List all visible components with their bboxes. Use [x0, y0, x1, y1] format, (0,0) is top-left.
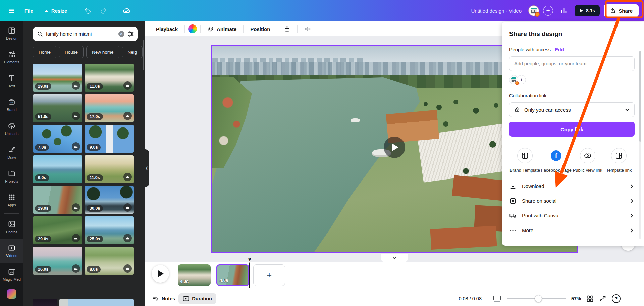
hamburger-menu-button[interactable] — [5, 4, 18, 17]
left-sidebar: Design Elements Text co Brand Uploads Dr… — [0, 21, 23, 306]
video-result[interactable]: 29.0s — [33, 216, 82, 244]
chip-new-home[interactable]: New home — [86, 46, 119, 58]
video-result[interactable]: 8.0s — [85, 247, 134, 275]
sidebar-item-elements[interactable]: Elements — [0, 45, 23, 69]
animate-button[interactable]: Animate — [204, 23, 240, 34]
share-button[interactable]: Share — [604, 4, 639, 17]
undo-button[interactable] — [81, 4, 95, 17]
facebook-page-button[interactable]: f Facebook Page — [541, 148, 572, 173]
share-on-social-menu-item[interactable]: Share on social — [509, 194, 635, 208]
download-menu-item[interactable]: Download — [509, 179, 635, 194]
duration-badge: 17.0s — [87, 113, 103, 120]
video-result[interactable]: 11.0s — [85, 155, 134, 183]
duration-badge: 8.1s — [586, 8, 595, 13]
brand-template-button[interactable]: Brand Template — [509, 148, 541, 173]
access-level-value: Only you can access — [524, 107, 571, 113]
pro-crown-icon — [72, 234, 80, 242]
timeline-play-button[interactable] — [152, 265, 169, 283]
sidebar-item-videos[interactable]: Videos — [0, 239, 23, 263]
video-result[interactable]: 51.0s — [33, 94, 82, 122]
sidebar-item-photos[interactable]: Photos — [0, 215, 23, 239]
search-input[interactable] — [46, 31, 115, 37]
copy-link-button[interactable]: Copy link — [509, 122, 635, 137]
clear-search-icon[interactable]: ✕ — [118, 31, 124, 37]
video-result[interactable]: 30.0s — [85, 186, 134, 214]
chip-neighborhood[interactable]: Neig — [122, 46, 143, 58]
video-result[interactable]: 29.0s — [33, 186, 82, 214]
pages-view-icon[interactable] — [493, 295, 501, 302]
zoom-slider-knob[interactable] — [535, 295, 542, 302]
results-scrollbar[interactable] — [143, 40, 144, 70]
resize-button[interactable]: Resize — [40, 5, 72, 17]
collapse-panel-handle[interactable]: ❮ — [144, 149, 149, 187]
sidebar-item-apps[interactable]: Apps — [0, 188, 23, 212]
add-member-button[interactable]: + — [543, 6, 553, 16]
video-result[interactable]: 9.0s — [85, 125, 134, 153]
play-icon — [579, 8, 583, 13]
share-panel: Share this design People with access Edi… — [502, 22, 644, 246]
people-with-access-label: People with access — [509, 47, 551, 52]
share-panel-scrollbar[interactable] — [639, 51, 641, 142]
duration-button[interactable]: Duration — [178, 293, 216, 304]
print-with-canva-menu-item[interactable]: Print with Canva — [509, 208, 635, 223]
color-wheel-button[interactable] — [188, 24, 197, 33]
add-page-button[interactable]: + — [253, 264, 285, 286]
redo-button[interactable] — [97, 4, 110, 17]
chip-home[interactable]: Home — [33, 46, 56, 58]
video-result[interactable]: 25.0s — [85, 216, 134, 244]
design-title[interactable]: Untitled design - Video — [471, 8, 522, 14]
video-result[interactable]: 7.0s — [33, 125, 82, 153]
clip-duration: 4.0s — [180, 279, 189, 284]
timeline-clip-2-selected[interactable]: 4.0s — [216, 264, 249, 286]
sidebar-item-brand[interactable]: co Brand — [0, 93, 23, 117]
filter-icon[interactable] — [127, 31, 134, 37]
file-menu-button[interactable]: File — [20, 5, 38, 17]
sidebar-item-projects[interactable]: Projects — [0, 164, 23, 188]
pro-crown-icon — [72, 142, 80, 151]
lock-button[interactable] — [280, 23, 294, 34]
divider — [115, 6, 115, 15]
sidebar-item-design[interactable]: Design — [0, 21, 23, 45]
account-avatar[interactable] — [528, 5, 539, 16]
video-result[interactable] — [59, 299, 134, 306]
divider — [277, 25, 277, 33]
playhead-line[interactable] — [249, 262, 250, 288]
grid-view-icon[interactable] — [586, 295, 594, 302]
video-result[interactable]: 29.0s — [33, 64, 82, 92]
video-result[interactable]: 17.0s — [85, 94, 134, 122]
app-shortcut-icon[interactable] — [7, 289, 16, 299]
add-people-input[interactable] — [509, 56, 635, 71]
template-link-button[interactable]: Template link — [603, 148, 635, 173]
mute-button[interactable] — [301, 23, 314, 34]
video-result[interactable]: 6.0s — [33, 155, 82, 183]
zoom-slider[interactable] — [507, 295, 566, 302]
playback-button[interactable]: Playback — [153, 24, 181, 34]
divider — [297, 25, 298, 33]
sidebar-item-draw[interactable]: Draw — [0, 141, 23, 164]
duration-badge: 25.0s — [87, 236, 103, 242]
insights-chart-button[interactable] — [557, 4, 571, 17]
collaborator-avatar[interactable] — [509, 75, 518, 84]
edit-access-link[interactable]: Edit — [555, 47, 564, 52]
video-result[interactable]: 26.0s — [33, 247, 82, 275]
notes-button[interactable]: Notes — [153, 296, 175, 302]
play-icon — [392, 143, 398, 151]
video-result[interactable] — [33, 299, 57, 306]
present-play-button[interactable]: 8.1s — [575, 5, 600, 16]
video-result[interactable]: 11.0s — [85, 64, 134, 92]
sidebar-item-uploads[interactable]: Uploads — [0, 117, 23, 141]
position-button[interactable]: Position — [247, 24, 273, 34]
help-button[interactable]: ? — [612, 294, 621, 303]
access-level-dropdown[interactable]: Only you can access — [509, 102, 635, 117]
chip-house[interactable]: House — [59, 46, 84, 58]
fullscreen-icon[interactable] — [599, 295, 606, 302]
public-view-link-button[interactable]: Public view link — [572, 148, 603, 173]
sidebar-item-text[interactable]: Text — [0, 69, 23, 93]
more-menu-item[interactable]: More — [509, 223, 635, 238]
collaboration-link-label: Collaboration link — [509, 93, 635, 98]
timeline-clip-1[interactable]: 4.0s — [178, 264, 211, 286]
video-play-overlay-button[interactable] — [384, 137, 405, 158]
collapse-timeline-button[interactable] — [381, 254, 408, 262]
sidebar-item-magic-media[interactable]: Magic Med — [0, 263, 23, 287]
playhead-marker[interactable]: ♥ — [246, 256, 253, 262]
